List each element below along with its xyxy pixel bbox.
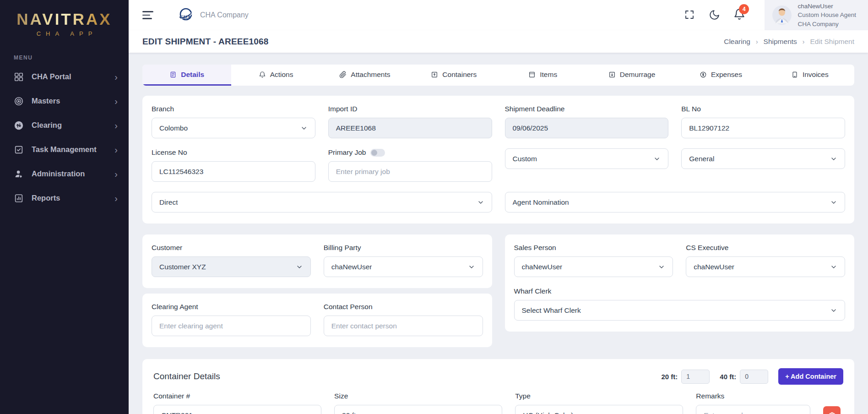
count-20ft-input[interactable]	[681, 370, 710, 384]
hamburger-menu-icon[interactable]	[142, 9, 154, 22]
branch-label: Branch	[152, 105, 315, 113]
container-no-field-group: Container #	[153, 392, 321, 414]
chevron-down-icon	[830, 307, 837, 314]
content-area: Details Actions Attachments Containers I…	[129, 53, 868, 414]
billing-party-label: Billing Party	[324, 244, 483, 252]
menu-section-label: MENU	[14, 54, 129, 61]
wharf-clerk-select[interactable]: Select Wharf Clerk	[514, 300, 846, 321]
dark-mode-moon-icon[interactable]	[709, 9, 721, 21]
primary-job-toggle[interactable]	[370, 149, 385, 157]
container-no-input[interactable]	[153, 405, 321, 414]
document-icon	[169, 71, 177, 78]
company-name: CHA Company	[200, 11, 249, 19]
sidebar-item-reports[interactable]: Reports ›	[0, 186, 129, 210]
nomination-select[interactable]: Agent Nomination	[505, 192, 846, 212]
tab-label: Actions	[270, 71, 293, 79]
tab-label: Items	[540, 71, 557, 79]
notification-count-badge: 4	[739, 4, 749, 14]
report-chart-icon	[14, 193, 24, 203]
chevron-down-icon	[296, 263, 303, 271]
bl-no-input[interactable]	[681, 118, 845, 138]
container-row: Container # Size 20 ft Type HC (High Cub…	[153, 392, 843, 414]
billing-party-select[interactable]: chaNewUser	[324, 256, 483, 277]
job-type-field-group: Custom	[505, 148, 669, 182]
import-id-input	[328, 118, 492, 138]
sidebar-item-clearing[interactable]: Clearing ›	[0, 113, 129, 137]
container-remarks-label: Remarks	[696, 392, 810, 400]
shipment-mode-select[interactable]: Direct	[152, 192, 492, 212]
sidebar-item-label: Reports	[32, 194, 107, 202]
invoice-icon	[791, 71, 798, 78]
chevron-down-icon	[487, 412, 494, 414]
sidebar-item-administration[interactable]: Administration ›	[0, 162, 129, 186]
contact-person-input[interactable]	[324, 316, 483, 336]
container-remarks-input[interactable]	[696, 405, 810, 414]
sidebar-item-label: CHA Portal	[32, 72, 107, 81]
app-logo-text: NAVITRAX	[5, 10, 124, 28]
job-type-select[interactable]: Custom	[505, 148, 669, 169]
breadcrumb-shipments[interactable]: Shipments	[764, 38, 797, 46]
page-title: EDIT SHIPMENT - AREEE1068	[142, 37, 269, 47]
cs-executive-label: CS Executive	[686, 244, 845, 252]
bl-no-field-group: BL No	[681, 105, 845, 138]
chevron-down-icon	[653, 155, 661, 163]
trash-icon	[828, 411, 836, 414]
tab-containers[interactable]: Containers	[409, 65, 498, 86]
container-type-select[interactable]: HC (High Cube)	[515, 405, 683, 414]
count-40ft-input[interactable]	[740, 370, 768, 384]
checkbox-icon	[14, 145, 24, 155]
notifications-bell-icon[interactable]: 4	[733, 8, 745, 22]
license-no-field-group: License No	[152, 148, 315, 182]
contact-person-label: Contact Person	[324, 303, 483, 311]
job-type-value: Custom	[513, 155, 537, 163]
grid-icon	[14, 72, 24, 82]
add-container-button[interactable]: + Add Container	[778, 368, 843, 385]
primary-job-field-group: Primary Job	[328, 148, 492, 182]
tab-actions[interactable]: Actions	[231, 65, 320, 86]
chevron-right-icon: ›	[114, 97, 118, 106]
primary-job-label: Primary Job	[328, 148, 366, 157]
cs-executive-field-group: CS Executive chaNewUser	[686, 244, 845, 277]
primary-job-input[interactable]	[328, 161, 492, 182]
count-40ft-label: 40 ft:	[720, 373, 736, 381]
clearing-agent-field-group: Clearing Agent	[152, 303, 311, 336]
cs-executive-select[interactable]: chaNewUser	[686, 256, 845, 277]
sidebar-item-masters[interactable]: Masters ›	[0, 89, 129, 113]
delete-container-button[interactable]	[823, 406, 841, 414]
container-details-title: Container Details	[153, 371, 661, 381]
shipment-mode-field-group: Direct	[152, 192, 492, 212]
cargo-type-value: General	[689, 155, 714, 163]
user-menu[interactable]: chaNewUser Custom House Agent CHA Compan…	[765, 0, 868, 30]
sales-person-select[interactable]: chaNewUser	[514, 256, 673, 277]
customer-value: Customer XYZ	[159, 263, 206, 271]
tab-invoices[interactable]: Invoices	[765, 65, 854, 86]
tab-items[interactable]: Items	[499, 65, 587, 86]
sidebar-item-cha-portal[interactable]: CHA Portal ›	[0, 65, 129, 89]
fullscreen-icon[interactable]	[684, 9, 696, 21]
tab-demurrage[interactable]: Demurrage	[587, 65, 676, 86]
staff-card: Sales Person chaNewUser CS Executive cha…	[505, 234, 855, 332]
tab-expenses[interactable]: Expenses	[676, 65, 765, 86]
box-icon	[431, 71, 438, 78]
tab-label: Attachments	[351, 71, 390, 79]
sidebar-item-task-management[interactable]: Task Management ›	[0, 137, 129, 162]
container-size-value: 20 ft	[342, 411, 356, 414]
shipment-deadline-input	[505, 118, 669, 138]
main-area: CHA CHA Company 4 chaNe	[129, 0, 868, 414]
clearing-agent-input[interactable]	[152, 316, 311, 336]
dollar-circle-icon	[700, 71, 707, 78]
breadcrumb-clearing[interactable]: Clearing	[724, 38, 750, 46]
shipment-mode-value: Direct	[159, 198, 178, 207]
tab-attachments[interactable]: Attachments	[320, 65, 409, 86]
tab-details[interactable]: Details	[142, 65, 231, 86]
tab-label: Expenses	[711, 71, 742, 79]
breadcrumb: Clearing › Shipments › Edit Shipment	[724, 38, 854, 46]
cargo-type-select[interactable]: General	[681, 148, 845, 169]
wharf-clerk-label: Wharf Clerk	[514, 287, 846, 295]
tab-label: Containers	[442, 71, 477, 79]
container-size-select[interactable]: 20 ft	[334, 405, 502, 414]
branch-select[interactable]: Colombo	[152, 118, 315, 138]
license-no-input[interactable]	[152, 161, 315, 182]
clearing-agent-card: Clearing Agent Contact Person	[142, 294, 492, 347]
user-gear-icon	[14, 169, 24, 179]
